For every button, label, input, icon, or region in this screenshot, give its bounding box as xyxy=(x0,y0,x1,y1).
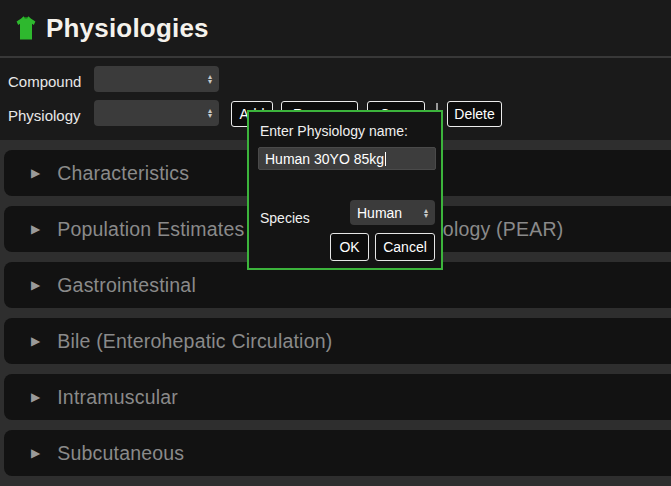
chevron-right-icon: ▶ xyxy=(31,334,40,348)
section-label: Characteristics xyxy=(57,162,189,185)
chevron-right-icon: ▶ xyxy=(31,278,40,292)
spinner-icon: ▴▾ xyxy=(208,108,212,118)
spinner-icon: ▴▾ xyxy=(208,74,212,84)
compound-label: Compound xyxy=(8,73,81,90)
page-title: Physiologies xyxy=(46,13,209,44)
species-select[interactable]: Human ▴▾ xyxy=(350,200,435,225)
section-label: Intramuscular xyxy=(57,386,178,409)
chevron-right-icon: ▶ xyxy=(31,446,40,460)
delete-button[interactable]: Delete xyxy=(447,101,502,127)
chevron-right-icon: ▶ xyxy=(31,166,40,180)
physiology-label: Physiology xyxy=(8,107,81,124)
section-intramuscular[interactable]: ▶ Intramuscular xyxy=(4,374,671,420)
dialog-prompt: Enter Physiology name: xyxy=(260,123,408,139)
physiologies-window: Physiologies Compound ▴▾ Physiology ▴▾ A… xyxy=(0,0,671,486)
physiology-name-dialog: Enter Physiology name: Human 30YO 85kg S… xyxy=(247,110,443,270)
physiology-shirt-icon xyxy=(14,15,38,41)
section-bile[interactable]: ▶ Bile (Enterohepatic Circulation) xyxy=(4,318,671,364)
section-label: Bile (Enterohepatic Circulation) xyxy=(57,330,332,353)
header: Physiologies xyxy=(0,0,671,58)
text-caret xyxy=(385,152,386,166)
physiology-name-value: Human 30YO 85kg xyxy=(265,151,384,167)
chevron-right-icon: ▶ xyxy=(31,222,40,236)
species-label: Species xyxy=(260,210,310,226)
physiology-select[interactable]: ▴▾ xyxy=(94,100,219,126)
cancel-button[interactable]: Cancel xyxy=(375,233,435,261)
section-subcutaneous[interactable]: ▶ Subcutaneous xyxy=(4,430,671,476)
section-label: Gastrointestinal xyxy=(57,274,196,297)
compound-select[interactable]: ▴▾ xyxy=(94,66,219,92)
species-select-value: Human xyxy=(357,205,402,221)
physiology-name-input[interactable]: Human 30YO 85kg xyxy=(258,147,436,170)
ok-button[interactable]: OK xyxy=(330,233,369,261)
chevron-right-icon: ▶ xyxy=(31,390,40,404)
section-label: Subcutaneous xyxy=(57,442,184,465)
spinner-icon: ▴▾ xyxy=(424,208,428,218)
